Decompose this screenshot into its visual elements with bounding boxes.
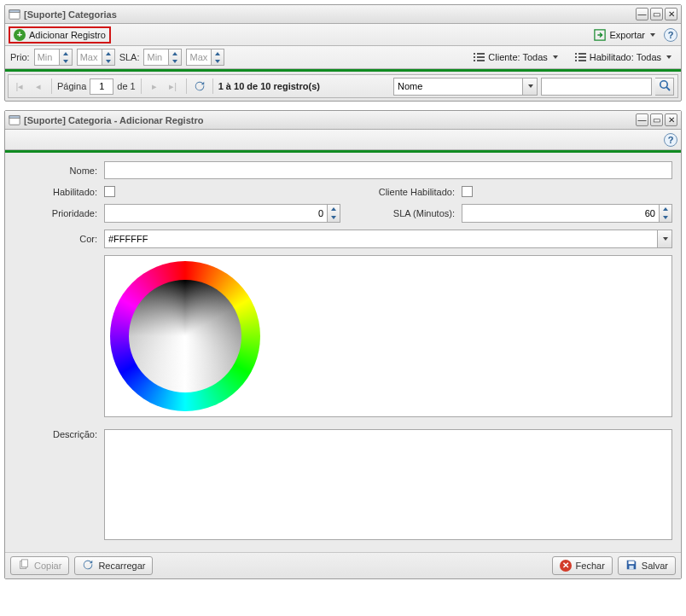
svg-rect-8 xyxy=(21,560,27,567)
sla-input[interactable] xyxy=(462,204,672,223)
chevron-down-icon xyxy=(650,33,655,37)
maximize-button[interactable]: ▭ xyxy=(650,8,663,20)
color-wheel[interactable] xyxy=(110,261,260,411)
page-first-button[interactable]: |◂ xyxy=(12,78,27,94)
sla-label: SLA: xyxy=(119,52,140,62)
label-cor: Cor: xyxy=(14,234,99,244)
cliente-habilitado-checkbox[interactable] xyxy=(462,186,473,197)
cor-field[interactable] xyxy=(104,230,658,248)
sla-min-field[interactable] xyxy=(143,49,169,66)
combo-trigger[interactable] xyxy=(658,230,672,248)
window-icon xyxy=(9,9,20,20)
filter-cliente[interactable]: Cliente: Todas xyxy=(469,49,562,65)
label-prioridade: Prioridade: xyxy=(14,208,99,218)
recarregar-label: Recarregar xyxy=(98,561,145,571)
list-icon xyxy=(474,53,485,62)
plus-icon: + xyxy=(14,29,26,41)
search-button[interactable] xyxy=(655,78,674,96)
panel2-header: [Suporte] Categoria - Adicionar Registro… xyxy=(5,111,681,130)
svg-rect-6 xyxy=(9,115,20,118)
label-sla: SLA (Minutos): xyxy=(346,208,456,218)
prio-max-input[interactable] xyxy=(77,49,115,66)
sla-min-input[interactable] xyxy=(143,49,182,66)
categoria-form-panel: [Suporte] Categoria - Adicionar Registro… xyxy=(4,110,682,579)
page-of-label: de 1 xyxy=(117,81,135,91)
color-wheel-inner[interactable] xyxy=(129,280,241,392)
sla-field[interactable] xyxy=(462,204,659,223)
search-field-value[interactable] xyxy=(394,78,522,95)
toolbar-main: + Adicionar Registro Exportar ? xyxy=(5,24,681,46)
svg-point-3 xyxy=(660,81,666,88)
label-habilitado: Habilitado: xyxy=(14,187,99,197)
color-picker[interactable] xyxy=(104,255,672,417)
form-body: Nome: Habilitado: Cliente Habilitado: Pr… xyxy=(5,153,681,552)
refresh-button[interactable] xyxy=(192,78,207,94)
combo-trigger[interactable] xyxy=(522,78,537,95)
close-icon: ✕ xyxy=(560,560,572,572)
search-input[interactable] xyxy=(541,78,652,96)
close-button[interactable]: ✕ xyxy=(665,8,677,20)
minimize-button[interactable]: — xyxy=(636,113,648,126)
page-next-button[interactable]: ▸ xyxy=(147,78,162,94)
minimize-button[interactable]: — xyxy=(636,8,648,20)
copiar-button[interactable]: Copiar xyxy=(10,556,69,575)
svg-rect-1 xyxy=(9,9,20,12)
nome-input[interactable] xyxy=(104,161,672,179)
filter-habilitado[interactable]: Habilitado: Todas xyxy=(571,49,676,65)
add-record-label: Adicionar Registro xyxy=(29,30,106,40)
close-button[interactable]: ✕ xyxy=(665,113,677,126)
toolbar-filters: Prio: SLA: Cliente: Todas Habil xyxy=(5,46,681,69)
list-icon xyxy=(575,53,586,62)
sla-max-input[interactable] xyxy=(186,49,224,66)
page-input[interactable] xyxy=(90,78,113,95)
panel-title-text: [Suporte] Categorias xyxy=(24,9,117,20)
export-label: Exportar xyxy=(609,30,645,40)
svg-rect-9 xyxy=(628,561,634,565)
separator-line xyxy=(5,69,681,72)
maximize-button[interactable]: ▭ xyxy=(650,113,663,126)
categorias-panel: [Suporte] Categorias — ▭ ✕ + Adicionar R… xyxy=(4,4,682,102)
prio-max-field[interactable] xyxy=(77,49,102,66)
descricao-textarea[interactable] xyxy=(104,429,672,540)
prioridade-field[interactable] xyxy=(104,204,327,223)
bottom-bar: Copiar Recarregar ✕ Fechar Salvar xyxy=(5,552,681,578)
paging-bar: |◂ ◂ Página de 1 ▸ ▸| 1 à 10 de 10 regis… xyxy=(8,74,678,98)
prioridade-input[interactable] xyxy=(104,204,340,223)
search-icon xyxy=(658,78,671,94)
window-icon xyxy=(9,114,20,126)
save-icon xyxy=(625,559,637,572)
export-button[interactable]: Exportar xyxy=(590,27,659,43)
cor-combo[interactable] xyxy=(104,230,672,248)
prio-min-input[interactable] xyxy=(34,49,73,66)
chevron-down-icon xyxy=(553,55,558,59)
paging-summary: 1 à 10 de 10 registro(s) xyxy=(218,81,320,91)
search-field-combo[interactable] xyxy=(393,78,538,96)
salvar-label: Salvar xyxy=(642,561,668,571)
panel-header: [Suporte] Categorias — ▭ ✕ xyxy=(5,5,681,24)
prio-label: Prio: xyxy=(10,52,30,62)
page-prev-button[interactable]: ◂ xyxy=(31,78,46,94)
recarregar-button[interactable]: Recarregar xyxy=(74,556,153,575)
label-cliente-habilitado: Cliente Habilitado: xyxy=(346,187,456,197)
panel2-toolbar: ? xyxy=(5,130,681,150)
label-descricao: Descrição: xyxy=(14,429,99,439)
habilitado-checkbox[interactable] xyxy=(104,186,115,197)
filter-habilitado-label: Habilitado: Todas xyxy=(590,52,661,62)
prio-min-field[interactable] xyxy=(34,49,60,66)
fechar-button[interactable]: ✕ Fechar xyxy=(552,556,613,575)
copiar-label: Copiar xyxy=(34,561,61,571)
svg-line-4 xyxy=(666,87,670,90)
salvar-button[interactable]: Salvar xyxy=(618,556,676,575)
export-icon xyxy=(594,29,606,41)
copy-icon xyxy=(18,559,30,572)
reload-icon xyxy=(82,559,94,572)
chevron-down-icon xyxy=(666,55,671,59)
help-button[interactable]: ? xyxy=(664,133,677,147)
fechar-label: Fechar xyxy=(576,561,605,571)
page-last-button[interactable]: ▸| xyxy=(166,78,181,94)
help-button[interactable]: ? xyxy=(664,28,677,42)
svg-rect-10 xyxy=(629,566,633,569)
filter-cliente-label: Cliente: Todas xyxy=(488,52,548,62)
sla-max-field[interactable] xyxy=(186,49,212,66)
add-record-button[interactable]: + Adicionar Registro xyxy=(9,26,111,44)
